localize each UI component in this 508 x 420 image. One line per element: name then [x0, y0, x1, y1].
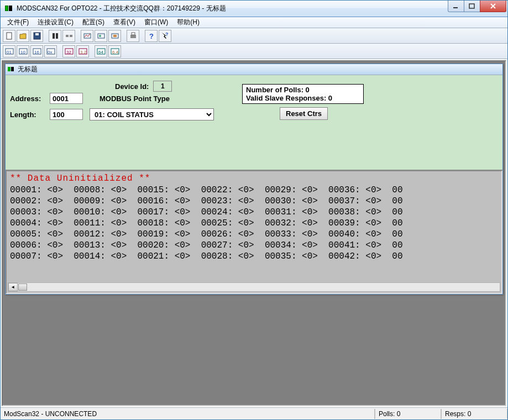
toolbar-1: ? ? — [1, 28, 507, 44]
tool-c-icon[interactable] — [108, 30, 121, 42]
child-window-title: 无标题 — [18, 65, 38, 74]
tool-a-icon[interactable] — [81, 30, 93, 42]
window-controls — [448, 1, 506, 12]
svg-rect-1 — [469, 4, 474, 8]
svg-rect-13 — [113, 35, 117, 37]
data-display: ** Data Uninitialized ** 00001: <0> 0000… — [6, 170, 502, 294]
svg-text:3.2: 3.2 — [80, 50, 87, 55]
fmt-32r-icon[interactable]: 3.2 — [76, 45, 89, 57]
fmt-32-icon[interactable]: 32 — [62, 45, 75, 57]
polls-box: Number of Polls: 0 Valid Slave Responses… — [242, 84, 364, 104]
polls-count: Number of Polls: 0 — [246, 86, 360, 94]
fmt-01-icon[interactable]: 01 — [3, 45, 15, 57]
help-icon[interactable]: ? — [145, 30, 158, 42]
mdi-client-area: 无标题 Device Id: 1 Address: MODBUS Point T… — [2, 60, 506, 406]
data-status-header: ** Data Uninitialized ** — [10, 174, 498, 183]
address-input[interactable] — [50, 93, 83, 104]
main-window: MODSCAN32 For OPTO22 - 工控技术交流QQ群：2071492… — [0, 0, 508, 420]
svg-rect-5 — [53, 33, 55, 39]
svg-point-11 — [99, 35, 101, 37]
connect-icon[interactable] — [49, 30, 61, 42]
svg-rect-7 — [66, 35, 69, 37]
device-id-label: Device Id: — [115, 82, 149, 91]
statusbar: ModScan32 - UNCONNECTED Polls: 0 Resps: … — [1, 407, 507, 419]
scroll-left-icon[interactable]: ◄ — [8, 283, 18, 291]
scroll-thumb[interactable] — [18, 284, 27, 291]
toolbar-2: 01 10 16 0x 32 3.2 64 6.4 — [1, 44, 507, 59]
open-icon[interactable] — [17, 30, 29, 42]
child-icon — [8, 67, 15, 72]
length-input[interactable] — [50, 109, 83, 120]
fmt-16-icon[interactable]: 16 — [30, 45, 43, 57]
disconnect-icon[interactable] — [62, 30, 75, 42]
svg-rect-8 — [70, 35, 72, 37]
child-titlebar[interactable]: 无标题 — [6, 64, 502, 75]
window-title: MODSCAN32 For OPTO22 - 工控技术交流QQ群：2071492… — [17, 4, 448, 13]
svg-text:01: 01 — [7, 50, 12, 55]
menu-window[interactable]: 窗口(W) — [140, 17, 172, 28]
maximize-button[interactable] — [464, 1, 480, 12]
svg-rect-6 — [56, 33, 58, 39]
svg-rect-15 — [132, 33, 135, 35]
valid-responses: Valid Slave Responses: 0 — [246, 94, 360, 102]
fmt-64-icon[interactable]: 64 — [95, 45, 107, 57]
svg-text:16: 16 — [34, 50, 39, 55]
context-help-icon[interactable]: ? — [159, 30, 171, 42]
status-connection: ModScan32 - UNCONNECTED — [1, 409, 375, 419]
child-window: 无标题 Device Id: 1 Address: MODBUS Point T… — [5, 64, 503, 295]
menu-help[interactable]: 帮助(H) — [172, 17, 204, 28]
app-icon — [5, 6, 14, 12]
svg-text:?: ? — [149, 32, 154, 40]
menu-connect[interactable]: 连接设置(C) — [33, 17, 78, 28]
close-button[interactable] — [480, 1, 506, 12]
svg-text:0x: 0x — [48, 50, 52, 55]
svg-text:10: 10 — [20, 50, 25, 55]
reset-counters-button[interactable]: Reset Ctrs — [280, 107, 328, 120]
save-icon[interactable] — [30, 30, 43, 42]
status-resps: Resps: 0 — [441, 409, 507, 419]
titlebar[interactable]: MODSCAN32 For OPTO22 - 工控技术交流QQ群：2071492… — [1, 1, 507, 17]
new-icon[interactable] — [3, 30, 15, 42]
svg-rect-0 — [453, 7, 458, 8]
point-type-select[interactable]: 01: COIL STATUS — [90, 108, 214, 120]
svg-text:64: 64 — [98, 50, 103, 55]
menu-config[interactable]: 配置(S) — [78, 17, 109, 28]
params-panel: Device Id: 1 Address: MODBUS Point Type … — [6, 75, 502, 170]
fmt-ox-icon[interactable]: 0x — [44, 45, 57, 57]
device-id-value[interactable]: 1 — [153, 81, 172, 92]
minimize-button[interactable] — [448, 1, 464, 12]
menu-file[interactable]: 文件(F) — [3, 17, 33, 28]
svg-rect-2 — [7, 33, 12, 39]
status-polls: Polls: 0 — [375, 409, 441, 419]
horizontal-scrollbar[interactable]: ◄ — [8, 282, 500, 292]
point-type-label: MODBUS Point Type — [99, 95, 170, 103]
address-label: Address: — [10, 95, 50, 103]
print-icon[interactable] — [127, 30, 139, 42]
svg-text:?: ? — [165, 32, 169, 37]
tool-b-icon[interactable] — [95, 30, 107, 42]
fmt-10-icon[interactable]: 10 — [17, 45, 29, 57]
fmt-64r-icon[interactable]: 6.4 — [108, 45, 121, 57]
svg-text:6.4: 6.4 — [112, 50, 119, 55]
svg-text:32: 32 — [66, 50, 71, 55]
svg-rect-14 — [130, 35, 136, 38]
data-grid: 00001: <0> 00008: <0> 00015: <0> 00022: … — [10, 185, 498, 262]
length-label: Length: — [10, 111, 50, 119]
menu-view[interactable]: 查看(V) — [109, 17, 140, 28]
svg-rect-4 — [35, 33, 39, 35]
menubar: 文件(F) 连接设置(C) 配置(S) 查看(V) 窗口(W) 帮助(H) — [1, 17, 507, 28]
